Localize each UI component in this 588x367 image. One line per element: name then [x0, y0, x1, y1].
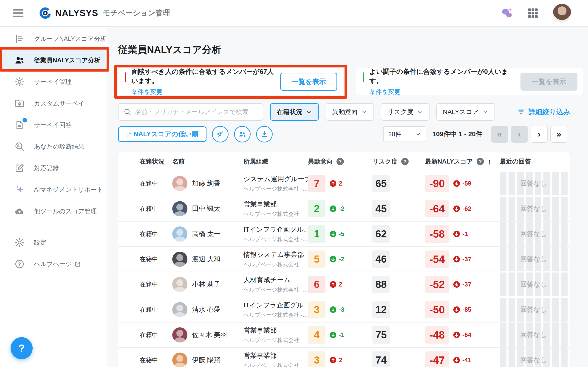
answer-bar — [561, 172, 568, 195]
people-icon — [14, 55, 25, 66]
hamburger-menu-icon[interactable] — [13, 9, 23, 17]
risk-cell: 12 — [364, 301, 417, 318]
org-cell: 人材育成チーム ヘルプページ株式会社 -… — [234, 275, 300, 293]
advanced-filter-button[interactable]: 詳細絞り込み — [517, 107, 570, 117]
user-avatar[interactable] — [553, 4, 571, 23]
sidebar-item[interactable]: サーベイ管理 — [0, 71, 107, 93]
search-input[interactable] — [135, 108, 258, 116]
ai-assistant-icon[interactable] — [500, 7, 513, 19]
org-name: 営業事業部 — [243, 326, 277, 335]
page-size-select[interactable]: 20件 — [383, 126, 426, 142]
list-toolbar: ↓↑ NALYスコアの低い順 20件 109件中 1 - 20件 «‹›» — [118, 126, 588, 143]
chevron-down-icon — [306, 109, 312, 115]
filter-dropdown[interactable]: 異動意向 — [326, 103, 374, 121]
employee-name: 渡辺 大和 — [192, 255, 221, 264]
status-cell: 在籍中 — [129, 306, 163, 314]
intent-cell: 2 -2 — [300, 200, 364, 217]
table-row[interactable]: 在籍中 田中 颯太 営業事業部 ヘルプページ株式会社 2 -2 45 -64 -… — [118, 196, 570, 222]
sidebar-divider — [6, 227, 101, 227]
brand: NALYSYS モチベーション管理 — [39, 6, 170, 20]
answer-bar — [509, 197, 515, 221]
risk-cell: 46 — [364, 250, 417, 268]
sidebar-item[interactable]: 設定 — [0, 232, 107, 253]
table-header: 在籍状況名前所属組織異動意向?リスク度?最新NALYスコア?↑最近の回答 — [118, 152, 570, 171]
table-row[interactable]: 在籍中 小林 莉子 人材育成チーム ヘルプページ株式会社 -… 6 2 88 -… — [118, 272, 570, 297]
help-floating-button[interactable]: ? — [10, 337, 33, 359]
org-company: ヘルプページ株式会社 — [243, 336, 299, 344]
employee-name: 伊藤 陽翔 — [192, 356, 221, 365]
mute-button[interactable] — [212, 126, 229, 142]
change-conditions-link[interactable]: 条件を変更 — [131, 88, 163, 96]
sidebar-item[interactable]: ?ヘルプページ — [0, 253, 107, 275]
org-name: 営業事業部 — [243, 200, 277, 209]
org-name: 情報システム事業部 — [243, 250, 304, 259]
help-badge-icon[interactable]: ? — [401, 158, 409, 165]
score-cell: -50 -85 — [417, 301, 492, 318]
sidebar-item[interactable]: グループNALYスコア分析 — [0, 28, 107, 50]
recent-answers-sparkline: 回答なし — [500, 348, 568, 367]
recent-answers-sparkline: 回答なし — [500, 222, 568, 246]
intent-cell: 3 -3 — [300, 301, 364, 318]
arrow-down-circle-icon — [453, 180, 460, 187]
download-button[interactable] — [256, 126, 273, 142]
last-page-button[interactable]: » — [550, 126, 567, 143]
pagination-range: 109件中 1 - 20件 — [432, 130, 482, 139]
edit-icon — [14, 163, 25, 173]
sidebar-item[interactable]: サーベイ回答 — [0, 114, 107, 136]
apps-grid-icon[interactable] — [527, 7, 539, 19]
org-cell: 営業事業部 ヘルプページ株式会社 — [234, 351, 300, 367]
table-row[interactable]: 在籍中 佐々木 美羽 営業事業部 ヘルプページ株式会社 4 -1 75 -48 … — [118, 323, 570, 348]
prev-page-button: ‹ — [511, 126, 528, 143]
intent-cell: 7 2 — [300, 175, 364, 192]
arrow-down-circle-icon — [453, 255, 460, 263]
chevron-down-icon — [482, 109, 489, 115]
answer-bar — [509, 273, 515, 296]
employee-avatar — [172, 226, 187, 242]
intent-change: -3 — [329, 306, 344, 314]
mute-icon — [216, 130, 225, 138]
sidebar-item[interactable]: 他ツールのスコア管理 — [0, 200, 107, 222]
sidebar-item[interactable]: 従業員NALYスコア分析 — [0, 50, 107, 71]
risk-score-badge: 74 — [372, 351, 390, 367]
sort-button[interactable]: ↓↑ NALYスコアの低い順 — [118, 126, 207, 142]
add-members-button[interactable] — [234, 126, 251, 142]
org-company: ヘルプページ株式会社 — [243, 362, 299, 367]
column-label: 最近の回答 — [500, 157, 531, 166]
change-conditions-link[interactable]: 条件を変更 — [369, 88, 401, 96]
show-list-button[interactable]: 一覧を表示 — [280, 73, 337, 91]
score-change-value: -64 — [462, 332, 471, 339]
intent-change-value: 2 — [339, 357, 342, 364]
intent-change: -1 — [329, 331, 344, 339]
answer-bar — [561, 348, 568, 367]
filter-dropdown[interactable]: 在籍状況 — [270, 103, 319, 121]
sidebar-item[interactable]: あなたの診断結果 — [0, 136, 107, 157]
arrow-down-circle-icon — [453, 281, 460, 288]
intent-score-badge: 5 — [308, 250, 326, 268]
risk-score-badge: 45 — [372, 200, 390, 217]
risk-score-badge: 46 — [372, 250, 390, 268]
sidebar-item[interactable]: AIマネジメントサポート — [0, 179, 107, 200]
alert-card: 面談すべき人の条件に合致するメンバーが67人います。 条件を変更 一覧を表示 — [118, 68, 343, 95]
help-badge-icon[interactable]: ? — [337, 158, 344, 165]
score-change-value: -85 — [462, 306, 471, 313]
next-page-button[interactable]: › — [531, 126, 548, 143]
alerts-row: 面談すべき人の条件に合致するメンバーが67人います。 条件を変更 一覧を表示 よ… — [118, 68, 588, 95]
employee-name: 小林 莉子 — [192, 280, 221, 289]
table-row[interactable]: 在籍中 高橋 太一 ITインフラ企画グル… ヘルプページ株式会社 -… 1 -5… — [118, 222, 570, 247]
sidebar-item[interactable]: 対応記録 — [0, 157, 107, 179]
table-row[interactable]: 在籍中 清水 心愛 ITインフラ企画グル… ヘルプページ株式会社 -… 3 -3… — [118, 297, 570, 323]
table-row[interactable]: 在籍中 加藤 絢香 システム運用グループ ヘルプページ株式会社 -… 7 2 6… — [118, 171, 570, 196]
table-row[interactable]: 在籍中 渡辺 大和 情報システム事業部 ヘルプページ株式会社 5 -2 46 -… — [118, 247, 570, 272]
filter-dropdown[interactable]: リスク度 — [381, 103, 430, 121]
page-size-value: 20件 — [388, 130, 401, 138]
arrow-down-circle-icon — [453, 306, 460, 314]
table-row[interactable]: 在籍中 伊藤 陽翔 営業事業部 ヘルプページ株式会社 3 2 74 -47 -4… — [118, 348, 570, 367]
org-company: ヘルプページ株式会社 — [243, 261, 299, 268]
app-suffix: モチベーション管理 — [103, 8, 170, 18]
answer-bar — [500, 298, 506, 322]
filter-dropdown[interactable]: NALYスコア — [436, 103, 495, 121]
sidebar-item-label: サーベイ管理 — [34, 78, 72, 86]
help-badge-icon[interactable]: ? — [477, 158, 484, 165]
column-header[interactable]: 最新NALYスコア?↑ — [417, 157, 492, 166]
sidebar-item[interactable]: カスタムサーベイ — [0, 93, 107, 114]
